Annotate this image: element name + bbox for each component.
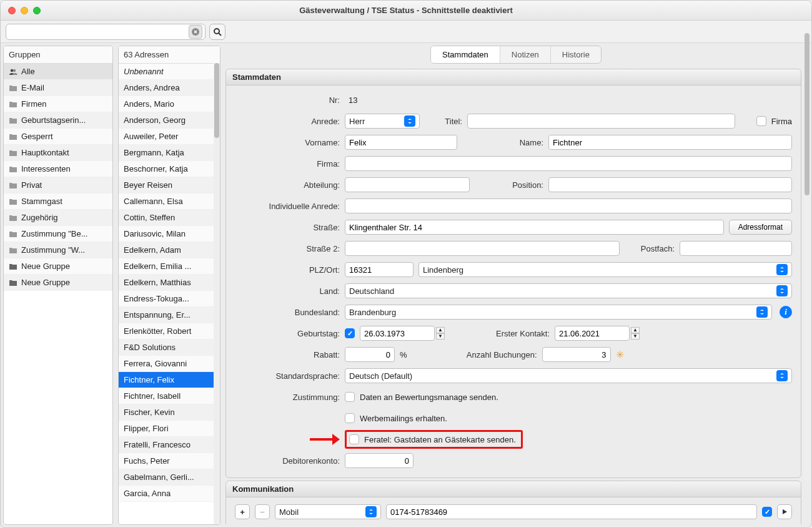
geburtstag-checkbox[interactable] [345, 328, 355, 338]
address-item[interactable]: Unbenannt [119, 64, 220, 80]
group-item[interactable]: Neue Gruppe [4, 258, 112, 275]
sparkle-icon[interactable]: ✳ [616, 349, 624, 361]
stepper-up-icon[interactable]: ▲ [436, 327, 445, 333]
address-item[interactable]: Gabelmann, Gerli... [119, 469, 220, 486]
komm-type-select[interactable]: Mobil [275, 504, 381, 519]
address-item[interactable]: Anders, Mario [119, 96, 220, 112]
address-item[interactable]: Dariusovic, Milan [119, 226, 220, 242]
folder-icon [9, 117, 17, 124]
geburtstag-stepper[interactable]: ▲▼ [360, 326, 445, 341]
info-icon[interactable]: i [780, 306, 792, 318]
minimize-window-button[interactable] [21, 7, 28, 14]
address-item[interactable]: Anderson, Georg [119, 112, 220, 129]
debitor-input[interactable] [345, 453, 413, 468]
stepper-down-icon[interactable]: ▼ [436, 333, 445, 340]
group-item[interactable]: Firmen [4, 96, 112, 112]
address-item[interactable]: Beschorner, Katja [119, 161, 220, 177]
address-item[interactable]: Edelkern, Emilia ... [119, 258, 220, 275]
land-select[interactable]: Deutschland [345, 283, 792, 298]
strasse2-input[interactable] [345, 241, 620, 256]
search-field[interactable] [6, 24, 205, 40]
consent-mailings-checkbox[interactable] [345, 413, 355, 423]
group-item[interactable]: Alle [4, 64, 112, 80]
stepper-up-icon[interactable]: ▲ [631, 327, 640, 333]
position-input[interactable] [548, 177, 792, 192]
ort-select[interactable]: Lindenberg [418, 262, 792, 277]
group-item[interactable]: Hauptkontakt [4, 145, 112, 161]
address-item[interactable]: Anders, Andrea [119, 80, 220, 96]
tab-notizen[interactable]: Notizen [500, 46, 551, 63]
address-item[interactable]: Callemann, Elsa [119, 193, 220, 210]
group-item[interactable]: E-Mail [4, 80, 112, 96]
plzort-label: PLZ/Ort: [235, 265, 340, 275]
address-item[interactable]: Bergmann, Katja [119, 145, 220, 161]
group-item[interactable]: Gesperrt [4, 129, 112, 145]
address-item[interactable]: Fratelli, Francesco [119, 437, 220, 453]
group-item[interactable]: Stammgast [4, 193, 112, 210]
plz-input[interactable] [345, 262, 413, 277]
address-item[interactable]: Ferrera, Giovanni [119, 356, 220, 372]
address-item[interactable]: Edelkern, Matthias [119, 275, 220, 291]
detail-scroll[interactable]: Stammdaten Nr: 13 Anrede: Herr [223, 69, 809, 524]
erster-kontakt-input[interactable] [555, 326, 630, 341]
address-item[interactable]: Edelkern, Adam [119, 242, 220, 258]
addresses-scrollbar[interactable] [214, 63, 220, 524]
address-item[interactable]: Fichtner, Felix [119, 372, 220, 388]
remove-komm-button[interactable]: − [255, 504, 270, 519]
consent-feratel-checkbox[interactable] [349, 434, 359, 444]
geburtstag-input[interactable] [360, 326, 435, 341]
address-item[interactable]: Fichtner, Isabell [119, 388, 220, 404]
address-item[interactable]: Fuchs, Peter [119, 453, 220, 469]
address-item[interactable]: Endress-Tokuga... [119, 291, 220, 307]
search-button[interactable] [209, 24, 225, 40]
address-item[interactable]: F&D Solutions [119, 340, 220, 356]
firma-checkbox[interactable] [756, 116, 766, 126]
stepper-down-icon[interactable]: ▼ [631, 333, 640, 340]
group-item[interactable]: Geburtstagserin... [4, 112, 112, 129]
abteilung-input[interactable] [345, 177, 470, 192]
consent-review-label: Daten an Bewertungsmanage senden. [360, 393, 498, 402]
group-item[interactable]: Interessenten [4, 161, 112, 177]
adressformat-button[interactable]: Adressformat [729, 220, 792, 235]
address-item[interactable]: Cottin, Steffen [119, 210, 220, 226]
addresses-list[interactable]: UnbenanntAnders, AndreaAnders, MarioAnde… [119, 64, 220, 524]
anrede-select[interactable]: Herr [345, 114, 420, 129]
tab-historie[interactable]: Historie [551, 46, 601, 63]
address-item[interactable]: Entspannung, Er... [119, 307, 220, 323]
sprache-select[interactable]: Deutsch (Default) [345, 368, 792, 383]
komm-action-button[interactable] [777, 504, 792, 519]
address-item[interactable]: Beyer Reisen [119, 177, 220, 193]
firma-input[interactable] [345, 156, 792, 171]
consent-review-checkbox[interactable] [345, 392, 355, 402]
address-item[interactable]: Fischer, Kevin [119, 404, 220, 421]
rabatt-input[interactable] [345, 347, 395, 362]
anzahl-input[interactable] [542, 347, 611, 362]
tab-stammdaten[interactable]: Stammdaten [431, 46, 500, 63]
clear-search-button[interactable] [189, 25, 202, 39]
group-item[interactable]: Zustimmung "Be... [4, 226, 112, 242]
address-item[interactable]: Auweiler, Peter [119, 129, 220, 145]
maximize-window-button[interactable] [33, 7, 41, 14]
vorname-input[interactable] [345, 135, 457, 150]
strasse-input[interactable] [345, 220, 724, 235]
add-komm-button[interactable]: + [235, 504, 250, 519]
erster-kontakt-stepper[interactable]: ▲▼ [555, 326, 640, 341]
detail-scrollbar[interactable] [804, 46, 809, 482]
komm-value-input[interactable] [386, 504, 757, 519]
postfach-input[interactable] [680, 241, 792, 256]
titel-input[interactable] [467, 114, 735, 129]
search-input[interactable] [9, 27, 187, 36]
group-item[interactable]: Zustimmung "W... [4, 242, 112, 258]
name-input[interactable] [548, 135, 792, 150]
group-item[interactable]: Privat [4, 177, 112, 193]
address-item[interactable]: Erlenkötter, Robert [119, 323, 220, 340]
komm-active-checkbox[interactable] [762, 507, 772, 517]
address-item[interactable]: Garcia, Anna [119, 486, 220, 502]
group-item[interactable]: Zugehörig [4, 210, 112, 226]
group-item[interactable]: Neue Gruppe [4, 275, 112, 291]
groups-list[interactable]: AlleE-MailFirmenGeburtstagserin...Gesper… [4, 64, 112, 524]
close-window-button[interactable] [8, 7, 16, 14]
bundesland-select[interactable]: Brandenburg [345, 305, 772, 320]
ind-anrede-input[interactable] [345, 198, 792, 213]
address-item[interactable]: Flipper, Flori [119, 421, 220, 437]
